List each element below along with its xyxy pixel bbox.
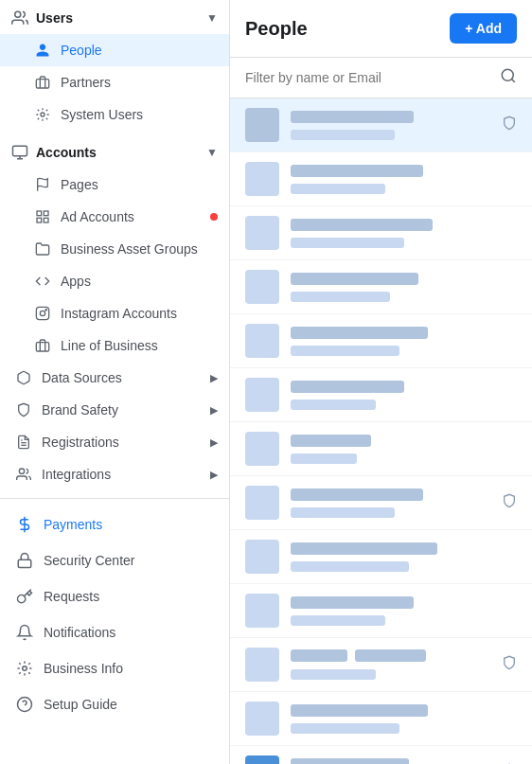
person-icon: [34, 42, 51, 59]
payments-icon: [15, 515, 34, 534]
person-name-blur: [291, 381, 404, 393]
person-email-blur: [291, 238, 404, 248]
table-row[interactable]: [230, 152, 532, 206]
sidebar: Users ▼ People Partners System U: [0, 0, 230, 764]
table-row[interactable]: [230, 476, 532, 530]
table-row[interactable]: [230, 260, 532, 314]
sidebar-item-payments[interactable]: Payments: [0, 506, 229, 542]
filter-input[interactable]: [245, 70, 492, 85]
instagram-icon: [34, 305, 51, 322]
sidebar-item-data-sources[interactable]: Data Sources ▶: [0, 362, 229, 394]
sidebar-item-line-of-business[interactable]: Line of Business: [0, 329, 229, 362]
apps-icon: [34, 273, 51, 290]
svg-rect-3: [13, 146, 27, 156]
avatar: [245, 594, 279, 628]
table-row[interactable]: [230, 206, 532, 260]
sidebar-item-brand-safety[interactable]: Brand Safety ▶: [0, 394, 229, 426]
person-email-blur: [291, 346, 399, 356]
svg-point-2: [41, 113, 44, 116]
avatar: [245, 432, 279, 466]
svg-rect-7: [37, 211, 42, 216]
person-info: [291, 542, 517, 572]
person-name-blob1: [291, 649, 347, 662]
svg-line-25: [511, 79, 514, 81]
person-name-blur: [291, 273, 418, 285]
avatar: [245, 755, 279, 764]
svg-point-13: [45, 310, 46, 311]
users-section-header[interactable]: Users ▼: [0, 0, 229, 34]
search-icon[interactable]: [500, 67, 517, 88]
add-button[interactable]: + Add: [450, 13, 517, 44]
pages-icon: [34, 176, 51, 193]
svg-rect-14: [36, 343, 48, 351]
avatar: [245, 162, 279, 196]
avatar: [245, 702, 279, 736]
accounts-section-header[interactable]: Accounts ▼: [0, 134, 229, 169]
sidebar-item-registrations[interactable]: Registrations ▶: [0, 426, 229, 458]
table-row[interactable]: [230, 584, 532, 638]
shield-icon: [502, 655, 517, 674]
person-info: [291, 435, 517, 464]
sidebar-item-business-info[interactable]: Business Info: [0, 650, 229, 686]
sidebar-item-notifications[interactable]: Notifications: [0, 614, 229, 650]
sidebar-item-business-asset-groups[interactable]: Business Asset Groups: [0, 233, 229, 265]
sidebar-item-integrations[interactable]: Integrations ▶: [0, 458, 229, 490]
person-info: [291, 489, 490, 518]
table-row[interactable]: [230, 530, 532, 584]
avatar: [245, 486, 279, 520]
registrations-icon: [15, 434, 32, 451]
partners-icon: [34, 74, 51, 91]
table-row[interactable]: [230, 422, 532, 476]
svg-rect-8: [44, 211, 48, 216]
people-list: [230, 98, 532, 764]
person-info: [291, 165, 517, 194]
sidebar-item-requests[interactable]: Requests: [0, 578, 229, 614]
person-info: [291, 327, 517, 356]
svg-rect-11: [36, 307, 48, 319]
person-info: [291, 758, 490, 765]
table-row[interactable]: [230, 638, 532, 692]
person-name-blur: [291, 111, 414, 123]
sidebar-item-instagram-accounts[interactable]: Instagram Accounts: [0, 297, 229, 329]
line-of-business-icon: [34, 337, 51, 354]
table-row[interactable]: [230, 314, 532, 368]
avatar: [245, 216, 279, 250]
person-name-blur: [291, 596, 414, 609]
table-row[interactable]: [230, 98, 532, 152]
person-name-blur: [291, 758, 409, 765]
sidebar-item-system-users[interactable]: System Users: [0, 98, 229, 131]
person-name-blob2: [355, 649, 426, 662]
filter-bar: [230, 58, 532, 98]
svg-point-0: [15, 11, 21, 17]
requests-icon: [15, 587, 34, 606]
svg-rect-19: [18, 560, 31, 567]
table-row[interactable]: [230, 746, 532, 764]
person-name-blur: [291, 704, 428, 717]
svg-point-17: [19, 469, 24, 473]
avatar: [245, 648, 279, 682]
main-content: People + Add: [230, 0, 532, 764]
person-name-blur: [291, 542, 437, 555]
person-info: [291, 381, 517, 410]
sidebar-item-setup-guide[interactable]: Setup Guide: [0, 686, 229, 722]
avatar: [245, 378, 279, 412]
person-name-blur: [291, 165, 423, 177]
sidebar-item-security-center[interactable]: Security Center: [0, 542, 229, 578]
sidebar-item-people[interactable]: People: [0, 34, 229, 66]
person-info: [291, 596, 517, 626]
table-row[interactable]: [230, 692, 532, 746]
avatar: [245, 540, 279, 574]
person-email-blur: [291, 184, 385, 194]
sidebar-item-partners[interactable]: Partners: [0, 66, 229, 98]
sidebar-item-ad-accounts[interactable]: Ad Accounts: [0, 201, 229, 233]
business-info-icon: [15, 659, 34, 678]
svg-rect-9: [44, 218, 48, 222]
accounts-chevron-icon: ▼: [206, 146, 218, 159]
sidebar-item-pages[interactable]: Pages: [0, 169, 229, 201]
person-name-blur: [291, 219, 433, 231]
sidebar-item-apps[interactable]: Apps: [0, 265, 229, 297]
person-info: [291, 219, 517, 248]
avatar: [245, 270, 279, 304]
avatar: [245, 324, 279, 358]
table-row[interactable]: [230, 368, 532, 422]
